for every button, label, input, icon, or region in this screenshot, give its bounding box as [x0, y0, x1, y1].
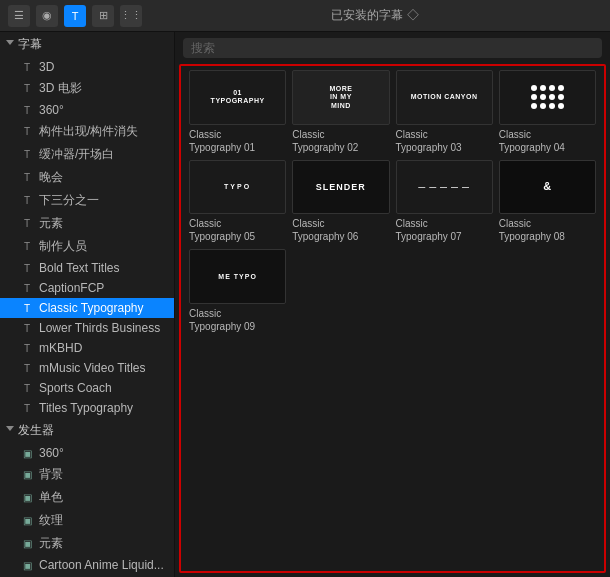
thumb-ct03: MOTION CANYON — [396, 70, 493, 125]
sidebar-item-label: Classic Typography — [39, 301, 144, 315]
sidebar-item-credits[interactable]: T 制作人员 — [0, 235, 174, 258]
sidebar-item-element[interactable]: T 元素 — [0, 212, 174, 235]
sidebar-item-label: 单色 — [39, 489, 63, 506]
section-toggle-generators — [6, 426, 14, 435]
sidebar-item-label: 制作人员 — [39, 238, 87, 255]
t-icon: T — [20, 323, 34, 334]
section-toggle-subtitles — [6, 40, 14, 49]
sidebar-item-label: 3D 电影 — [39, 80, 82, 97]
sidebar-item-mkbhd[interactable]: T mKBHD — [0, 338, 174, 358]
sidebar-item-label: 构件出现/构件消失 — [39, 123, 138, 140]
toolbar-icon-effects[interactable]: ⋮⋮ — [120, 5, 142, 27]
grid-item-label-ct09: Classic Typography 09 — [189, 307, 286, 333]
thumb-label-ct07: — — — — — — [416, 181, 472, 193]
grid-item-ct09[interactable]: ME TYPO Classic Typography 09 — [189, 249, 286, 333]
grid-item-ct06[interactable]: SLENDER Classic Typography 06 — [292, 160, 389, 244]
grid-item-ct04[interactable]: Classic Typography 04 — [499, 70, 596, 154]
toolbar-icon-menu[interactable]: ☰ — [8, 5, 30, 27]
section-label-generators: 发生器 — [18, 422, 54, 439]
gen-icon: ▣ — [20, 448, 34, 459]
grid-item-label-ct06: Classic Typography 06 — [292, 217, 389, 243]
toolbar-title: 已安装的字幕 ◇ — [148, 7, 602, 24]
sidebar-item-caption-fcp[interactable]: T CaptionFCP — [0, 278, 174, 298]
search-input[interactable] — [183, 38, 602, 58]
thumb-label-ct03: MOTION CANYON — [409, 91, 480, 103]
section-header-generators[interactable]: 发生器 — [0, 418, 174, 443]
sidebar-item-label: mKBHD — [39, 341, 82, 355]
sidebar-item-sports-coach[interactable]: T Sports Coach — [0, 378, 174, 398]
search-bar — [175, 32, 610, 64]
sidebar-item-gen-element[interactable]: ▣ 元素 — [0, 532, 174, 555]
sidebar-item-gen-bg[interactable]: ▣ 背景 — [0, 463, 174, 486]
sidebar-item-360[interactable]: T 360° — [0, 100, 174, 120]
thumb-ct06: SLENDER — [292, 160, 389, 215]
sidebar-item-lower-thirds-business[interactable]: T Lower Thirds Business — [0, 318, 174, 338]
thumb-label-ct05: TYPO — [222, 181, 253, 193]
sidebar-item-mmusic[interactable]: T mMusic Video Titles — [0, 358, 174, 378]
sidebar-item-label: 缓冲器/开场白 — [39, 146, 114, 163]
sidebar-item-cartoon-anime[interactable]: ▣ Cartoon Anime Liquid... — [0, 555, 174, 575]
sidebar-item-label: CaptionFCP — [39, 281, 104, 295]
sidebar-item-3d[interactable]: T 3D — [0, 57, 174, 77]
sidebar-item-titles-typography[interactable]: T Titles Typography — [0, 398, 174, 418]
thumb-label-ct08: & — [541, 178, 553, 195]
grid-area: 01TYPOGRAPHY Classic Typography 01 MOREI… — [179, 64, 606, 573]
gen-icon: ▣ — [20, 469, 34, 480]
toolbar-icon-media[interactable]: ◉ — [36, 5, 58, 27]
sidebar-item-buffer[interactable]: T 缓冲器/开场白 — [0, 143, 174, 166]
sidebar-item-label: 元素 — [39, 215, 63, 232]
t-icon: T — [20, 383, 34, 394]
sidebar: 字幕 T 3D T 3D 电影 T 360° T 构件出现/构件消失 T 缓冲器… — [0, 32, 175, 577]
sidebar-item-label: 背景 — [39, 466, 63, 483]
grid-item-ct01[interactable]: 01TYPOGRAPHY Classic Typography 01 — [189, 70, 286, 154]
thumb-label-ct09: ME TYPO — [216, 271, 259, 283]
sidebar-item-gen-solid[interactable]: ▣ 单色 — [0, 486, 174, 509]
sidebar-item-evening[interactable]: T 晚会 — [0, 166, 174, 189]
sidebar-item-label: Cartoon Anime Liquid... — [39, 558, 164, 572]
t-icon: T — [20, 105, 34, 116]
sidebar-item-lower-third[interactable]: T 下三分之一 — [0, 189, 174, 212]
grid-item-ct02[interactable]: MOREIN MYMIND Classic Typography 02 — [292, 70, 389, 154]
thumb-label-ct02: MOREIN MYMIND — [327, 83, 354, 112]
gen-icon: ▣ — [20, 492, 34, 503]
t-icon: T — [20, 363, 34, 374]
grid-item-ct07[interactable]: — — — — — Classic Typography 07 — [396, 160, 493, 244]
grid-item-label-ct01: Classic Typography 01 — [189, 128, 286, 154]
toolbar-icon-grid[interactable]: ⊞ — [92, 5, 114, 27]
sidebar-item-gen-texture[interactable]: ▣ 纹理 — [0, 509, 174, 532]
toolbar: ☰ ◉ T ⊞ ⋮⋮ 已安装的字幕 ◇ — [0, 0, 610, 32]
main-area: 字幕 T 3D T 3D 电影 T 360° T 构件出现/构件消失 T 缓冲器… — [0, 32, 610, 577]
grid-item-label-ct05: Classic Typography 05 — [189, 217, 286, 243]
t-icon: T — [20, 241, 34, 252]
sidebar-item-bold-text-titles[interactable]: T Bold Text Titles — [0, 258, 174, 278]
thumb-ct05: TYPO — [189, 160, 286, 215]
sidebar-item-gen-360[interactable]: ▣ 360° — [0, 443, 174, 463]
section-label-subtitles: 字幕 — [18, 36, 42, 53]
t-icon: T — [20, 263, 34, 274]
grid-item-label-ct08: Classic Typography 08 — [499, 217, 596, 243]
t-icon: T — [20, 195, 34, 206]
t-icon: T — [20, 343, 34, 354]
sidebar-item-label: 3D — [39, 60, 54, 74]
sidebar-item-label: Titles Typography — [39, 401, 133, 415]
grid-item-ct05[interactable]: TYPO Classic Typography 05 — [189, 160, 286, 244]
t-icon: T — [20, 149, 34, 160]
thumb-label-ct01: 01TYPOGRAPHY — [209, 87, 267, 108]
toolbar-icon-titles[interactable]: T — [64, 5, 86, 27]
thumbnails-grid: 01TYPOGRAPHY Classic Typography 01 MOREI… — [189, 70, 596, 333]
sidebar-item-classic-typography[interactable]: T Classic Typography — [0, 298, 174, 318]
thumb-ct07: — — — — — — [396, 160, 493, 215]
grid-item-ct03[interactable]: MOTION CANYON Classic Typography 03 — [396, 70, 493, 154]
t-icon: T — [20, 62, 34, 73]
sidebar-item-label: Lower Thirds Business — [39, 321, 160, 335]
sidebar-item-label: 360° — [39, 446, 64, 460]
sidebar-item-3d-cinema[interactable]: T 3D 电影 — [0, 77, 174, 100]
t-icon: T — [20, 83, 34, 94]
sidebar-item-appear-disappear[interactable]: T 构件出现/构件消失 — [0, 120, 174, 143]
sidebar-item-label: 纹理 — [39, 512, 63, 529]
grid-item-label-ct04: Classic Typography 04 — [499, 128, 596, 154]
grid-item-label-ct03: Classic Typography 03 — [396, 128, 493, 154]
t-icon: T — [20, 172, 34, 183]
grid-item-ct08[interactable]: & Classic Typography 08 — [499, 160, 596, 244]
section-header-subtitles[interactable]: 字幕 — [0, 32, 174, 57]
